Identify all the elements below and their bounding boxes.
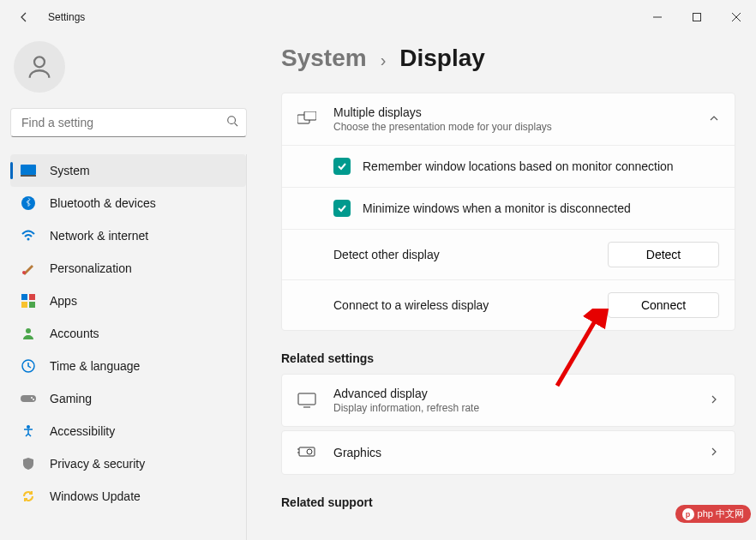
minimize-row: Minimize windows when a monitor is disco…: [282, 187, 735, 229]
remember-label: Remember window locations based on monit…: [363, 159, 719, 173]
connect-button[interactable]: Connect: [608, 292, 719, 318]
nav-time[interactable]: Time & language: [10, 350, 246, 382]
nav-label: System: [50, 164, 90, 177]
advanced-display-card[interactable]: Advanced display Display information, re…: [281, 374, 735, 427]
breadcrumb: System › Display: [281, 45, 735, 72]
nav-personalization[interactable]: Personalization: [10, 252, 246, 285]
connect-label: Connect to a wireless display: [333, 298, 596, 312]
user-avatar[interactable]: [14, 41, 65, 93]
clock-icon: [21, 358, 36, 374]
window-title: Settings: [48, 11, 85, 23]
shield-icon: [21, 456, 36, 471]
svg-rect-23: [304, 111, 316, 120]
nav-update[interactable]: Windows Update: [10, 480, 246, 513]
breadcrumb-current: Display: [399, 45, 485, 72]
breadcrumb-sep: ›: [381, 51, 387, 70]
watermark-badge: p: [682, 508, 694, 520]
system-icon: [21, 163, 36, 178]
bluetooth-icon: [21, 195, 36, 211]
card-subtitle: Display information, refresh rate: [333, 402, 692, 414]
accessibility-icon: [21, 423, 36, 439]
svg-point-4: [34, 57, 45, 67]
minimize-label: Minimize windows when a monitor is disco…: [363, 201, 719, 215]
nav-label: Privacy & security: [50, 457, 145, 471]
svg-rect-15: [29, 302, 35, 308]
chevron-right-icon: [709, 445, 719, 460]
detect-row: Detect other display Detect: [282, 229, 735, 279]
chevron-right-icon: [709, 393, 719, 408]
nav-label: Network & internet: [50, 229, 148, 243]
person-icon: [21, 326, 36, 341]
gamepad-icon: [21, 391, 36, 406]
related-support-heading: Related support: [281, 495, 735, 509]
svg-point-21: [27, 425, 30, 429]
svg-rect-7: [21, 165, 36, 175]
svg-rect-12: [21, 294, 27, 300]
nav-apps[interactable]: Apps: [10, 285, 246, 317]
apps-icon: [21, 293, 36, 309]
watermark-text: php 中文网: [698, 507, 744, 520]
svg-rect-8: [21, 175, 36, 177]
monitor-icon: [297, 391, 316, 410]
breadcrumb-parent[interactable]: System: [281, 45, 367, 72]
svg-point-5: [228, 117, 236, 124]
nav-list: System Bluetooth & devices Network & int…: [10, 154, 247, 540]
minimize-button[interactable]: [638, 0, 677, 34]
card-title: Graphics: [333, 446, 692, 459]
nav-privacy[interactable]: Privacy & security: [10, 447, 246, 480]
nav-label: Personalization: [50, 261, 132, 275]
watermark: p php 中文网: [675, 505, 751, 523]
svg-point-19: [31, 397, 33, 399]
nav-bluetooth[interactable]: Bluetooth & devices: [10, 187, 246, 219]
back-button[interactable]: [10, 3, 38, 31]
nav-label: Bluetooth & devices: [50, 196, 156, 210]
minimize-checkbox[interactable]: [333, 200, 351, 217]
svg-point-27: [307, 449, 312, 454]
maximize-button[interactable]: [677, 0, 717, 34]
connect-row: Connect to a wireless display Connect: [282, 279, 735, 330]
detect-button[interactable]: Detect: [608, 242, 719, 267]
nav-network[interactable]: Network & internet: [10, 219, 246, 252]
svg-point-11: [22, 271, 26, 274]
chevron-up-icon: [709, 111, 719, 127]
update-icon: [21, 489, 36, 504]
related-settings-heading: Related settings: [281, 351, 735, 365]
svg-rect-18: [21, 395, 36, 402]
svg-point-16: [26, 328, 31, 333]
nav-label: Apps: [50, 294, 77, 308]
remember-checkbox[interactable]: [333, 158, 351, 175]
svg-line-6: [235, 123, 238, 127]
svg-point-20: [33, 399, 34, 400]
nav-accounts[interactable]: Accounts: [10, 317, 246, 350]
graphics-card[interactable]: Graphics: [281, 430, 735, 475]
detect-label: Detect other display: [333, 248, 596, 261]
gpu-icon: [297, 443, 316, 462]
search-icon: [226, 115, 238, 130]
multiple-displays-header[interactable]: Multiple displays Choose the presentatio…: [282, 93, 735, 145]
svg-rect-1: [693, 14, 701, 21]
nav-accessibility[interactable]: Accessibility: [10, 415, 246, 447]
nav-gaming[interactable]: Gaming: [10, 382, 246, 415]
remember-row: Remember window locations based on monit…: [282, 145, 735, 187]
svg-rect-24: [298, 393, 315, 405]
nav-label: Time & language: [50, 359, 140, 373]
card-title: Multiple displays: [333, 105, 692, 119]
nav-label: Gaming: [50, 392, 92, 405]
svg-rect-13: [29, 294, 35, 300]
nav-label: Windows Update: [50, 489, 141, 503]
card-subtitle: Choose the presentation mode for your di…: [333, 121, 692, 133]
card-title: Advanced display: [333, 387, 692, 400]
brush-icon: [21, 261, 36, 276]
svg-point-10: [27, 238, 30, 241]
svg-rect-14: [21, 302, 27, 308]
nav-label: Accounts: [50, 327, 99, 340]
wifi-icon: [21, 228, 36, 243]
search-input[interactable]: [10, 108, 247, 137]
nav-system[interactable]: System: [10, 154, 246, 187]
displays-icon: [297, 110, 316, 129]
multiple-displays-card: Multiple displays Choose the presentatio…: [281, 93, 735, 331]
nav-label: Accessibility: [50, 424, 115, 438]
close-button[interactable]: [717, 0, 756, 34]
search-container: [10, 108, 247, 137]
